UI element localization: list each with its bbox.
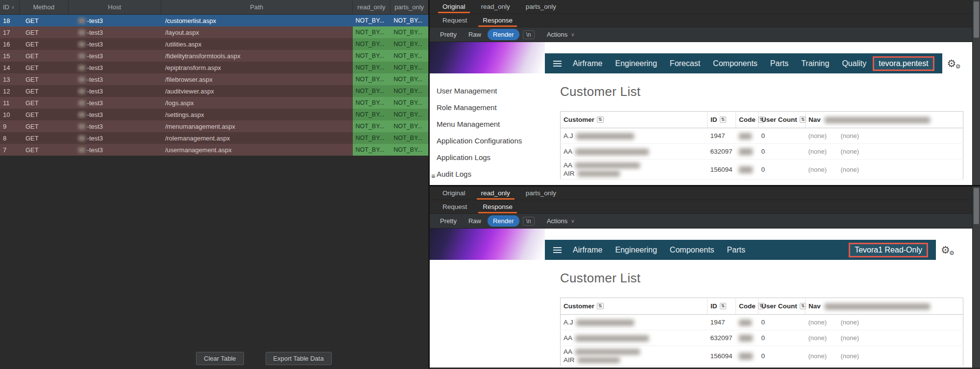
table-row[interactable]: 17 GET -test3 /layout.aspx NOT_BY... NOT… [0, 26, 428, 38]
hamburger-menu-icon[interactable] [553, 63, 562, 64]
raw-button[interactable]: Raw [463, 215, 487, 227]
col-header-customer[interactable]: Customer⇅ [561, 112, 708, 128]
actions-button[interactable]: Actions ∨ [541, 29, 580, 40]
pretty-button[interactable]: Pretty [435, 29, 462, 40]
tab-response[interactable]: Response [475, 200, 520, 213]
table-row[interactable]: 10 GET -test3 /settings.aspx NOT_BY... N… [0, 109, 428, 120]
customer-row[interactable]: AA AIR 156094 0 (none) (none) [561, 160, 963, 180]
render-button[interactable]: Render [488, 215, 519, 227]
column-header-method[interactable]: Method [20, 0, 69, 14]
hamburger-menu-icon[interactable] [553, 250, 562, 251]
parts-only-status: NOT_BY... [391, 132, 428, 144]
actions-button[interactable]: Actions ∨ [541, 215, 580, 227]
render-button[interactable]: Render [488, 29, 519, 40]
nav-item-training[interactable]: Training [795, 59, 835, 68]
nav-item-components[interactable]: Components [663, 246, 721, 254]
column-header-host[interactable]: Host [69, 0, 161, 14]
customer-row[interactable]: AA AIR 156094 0 (none) (none) [561, 346, 963, 366]
sort-icon[interactable]: ⇅ [597, 116, 604, 123]
current-user-label[interactable]: Tevora1 Read-Only [849, 243, 928, 257]
scrollbar-thumb[interactable] [974, 1, 979, 38]
nav-item-engineering[interactable]: Engineering [609, 246, 663, 254]
export-table-data-button[interactable]: Export Table Data [266, 352, 332, 365]
col-header-id[interactable]: ID⇅ [708, 112, 736, 128]
clear-table-button[interactable]: Clear Table [196, 352, 244, 365]
tab-original[interactable]: Original [435, 186, 473, 200]
chevron-down-icon: ∨ [571, 32, 574, 37]
tab-request[interactable]: Request [435, 14, 475, 27]
read-only-status: NOT_BY... [353, 144, 391, 156]
table-row[interactable]: 15 GET -test3 /fidelitytransformtools.as… [0, 50, 428, 62]
table-row[interactable]: 16 GET -test3 /utilities.aspx NOT_BY... … [0, 38, 428, 50]
pretty-button[interactable]: Pretty [435, 215, 462, 227]
menu-handle-icon[interactable]: ≡ [431, 172, 435, 180]
table-row[interactable]: 7 GET -test3 /usermanagement.aspx NOT_BY… [0, 144, 428, 156]
nav-item-parts[interactable]: Parts [764, 59, 795, 68]
tab-read-only[interactable]: read_only [473, 186, 518, 200]
col-header-nav[interactable]: Nav [806, 112, 963, 128]
tab-original[interactable]: Original [435, 0, 473, 13]
col-header-nav[interactable]: Nav [806, 298, 963, 315]
sort-icon[interactable]: ⇅ [720, 116, 727, 123]
current-user-label[interactable]: tevora.pentest [873, 56, 934, 71]
col-header-customer[interactable]: Customer⇅ [561, 298, 708, 315]
nav-item-parts[interactable]: Parts [721, 246, 752, 254]
newline-toggle[interactable]: \n [523, 217, 535, 226]
tab-parts-only[interactable]: parts_only [518, 186, 564, 200]
sidebar-item-application-logs[interactable]: Application Logs [437, 149, 545, 165]
nav-item-airframe[interactable]: Airframe [566, 246, 609, 254]
table-row[interactable]: 12 GET -test3 /auditviewer.aspx NOT_BY..… [0, 85, 428, 97]
col-header-code[interactable]: Code⇅ [736, 112, 759, 128]
col-header-code[interactable]: Code⇅ [736, 298, 759, 315]
col-header-id[interactable]: ID⇅ [708, 298, 736, 315]
sort-icon[interactable]: ⇅ [800, 303, 807, 309]
table-row[interactable]: 11 GET -test3 /logs.aspx NOT_BY... NOT_B… [0, 97, 428, 109]
admin-sidebar: User Management Role Management Menu Man… [430, 73, 545, 185]
sort-icon[interactable]: ⇅ [720, 303, 727, 309]
sidebar-item-role-management[interactable]: Role Management [437, 99, 545, 115]
tab-response[interactable]: Response [475, 14, 520, 27]
read-only-status: NOT_BY... [353, 109, 391, 120]
nav-item-components[interactable]: Components [707, 59, 764, 68]
sort-icon[interactable]: ⇅ [597, 303, 604, 309]
sidebar-item-user-management[interactable]: User Management [437, 82, 545, 99]
redacted-header [825, 303, 930, 310]
column-header-id[interactable]: ID∨ [0, 0, 20, 14]
tab-read-only[interactable]: read_only [473, 0, 518, 13]
nav-item-forecast[interactable]: Forecast [663, 59, 707, 68]
sidebar-item-application-configurations[interactable]: Application Configurations [437, 132, 545, 149]
nav-item-engineering[interactable]: Engineering [609, 59, 663, 68]
table-row[interactable]: 18 GET -test3 /customerlist.aspx NOT_BY.… [0, 15, 428, 26]
nav-item-quality[interactable]: Quality [835, 59, 873, 68]
column-header-path[interactable]: Path [161, 0, 353, 14]
column-header-read-only[interactable]: read_only [353, 0, 391, 14]
tab-request[interactable]: Request [435, 200, 475, 213]
settings-area: ⚙⚙ [942, 53, 972, 73]
gear-icon[interactable]: ⚙⚙ [947, 58, 956, 69]
newline-toggle[interactable]: \n [523, 30, 535, 39]
customer-table: Customer⇅ ID⇅ Code⇅ User Count⇅ Nav A.J … [560, 298, 963, 366]
col-header-user-count[interactable]: User Count⇅ [759, 112, 806, 128]
scrollbar-thumb[interactable] [974, 188, 979, 224]
redacted-customer-name [575, 349, 640, 355]
customer-row[interactable]: A.J 1947 0 (none) (none) [561, 128, 963, 144]
table-row[interactable]: 8 GET -test3 /rolemanagement.aspx NOT_BY… [0, 132, 428, 144]
customer-row[interactable]: A.J 1947 0 (none) (none) [561, 315, 963, 330]
nav-item-airframe[interactable]: Airframe [566, 59, 609, 68]
sort-icon[interactable]: ⇅ [800, 116, 807, 123]
table-row[interactable]: 9 GET -test3 /menumanagement.aspx NOT_BY… [0, 120, 428, 132]
gear-icon[interactable]: ⚙⚙ [941, 245, 950, 255]
table-row[interactable]: 14 GET -test3 /epiptransform.aspx NOT_BY… [0, 62, 428, 73]
table-row[interactable]: 13 GET -test3 /filebrowser.aspx NOT_BY..… [0, 73, 428, 85]
scrollbar[interactable] [972, 186, 980, 368]
customer-row[interactable]: AA 632097 0 (none) (none) [561, 330, 963, 346]
column-header-parts-only[interactable]: parts_only [391, 0, 428, 14]
raw-button[interactable]: Raw [463, 29, 487, 40]
customer-row[interactable]: AA 632097 0 (none) (none) [561, 144, 963, 160]
sidebar-item-menu-management[interactable]: Menu Management [437, 115, 545, 132]
col-header-user-count[interactable]: User Count⇅ [759, 298, 806, 315]
tab-parts-only[interactable]: parts_only [518, 0, 564, 13]
scrollbar[interactable] [972, 0, 980, 185]
sidebar-item-audit-logs[interactable]: Audit Logs [437, 165, 545, 182]
read-only-status: NOT_BY... [353, 62, 391, 73]
